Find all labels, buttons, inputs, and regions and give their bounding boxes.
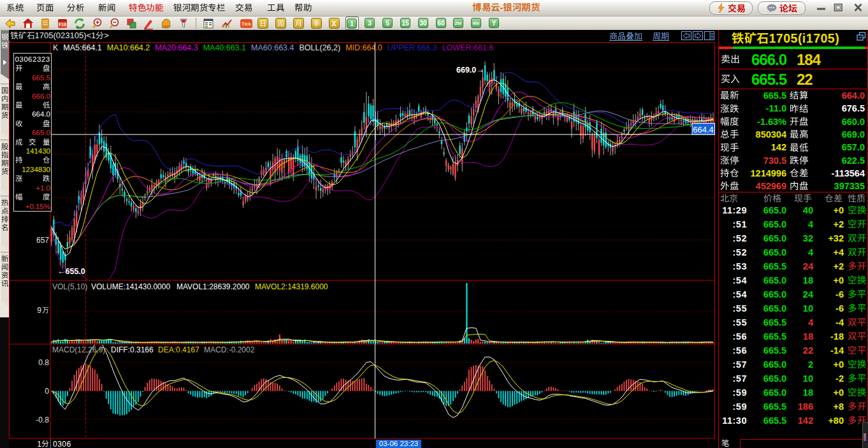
svg-text:0.8: 0.8 (38, 358, 49, 367)
svg-text:VOLUME:141430.0000: VOLUME:141430.0000 (91, 282, 170, 291)
svg-text:DEA:0.4167: DEA:0.4167 (158, 345, 199, 354)
svg-text:MACD:-0.2002: MACD:-0.2002 (204, 345, 255, 354)
svg-text:664.4: 664.4 (693, 125, 714, 134)
svg-text:DIFF:0.3166: DIFF:0.3166 (111, 345, 154, 354)
svg-text:MACD(12,26,9): MACD(12,26,9) (52, 345, 105, 354)
svg-text:MAVOL1:28639.2000: MAVOL1:28639.2000 (177, 282, 250, 291)
svg-text:←655.0: ←655.0 (57, 267, 85, 276)
svg-text:657: 657 (36, 236, 49, 245)
svg-text:MAVOL2:14319.6000: MAVOL2:14319.6000 (255, 282, 328, 291)
svg-text:0: 0 (45, 387, 49, 396)
svg-text:9: 9 (37, 306, 41, 315)
svg-text:VOL(5,10): VOL(5,10) (52, 282, 87, 291)
svg-text:669.0→: 669.0→ (456, 66, 484, 75)
svg-text:-0.8: -0.8 (36, 415, 49, 424)
